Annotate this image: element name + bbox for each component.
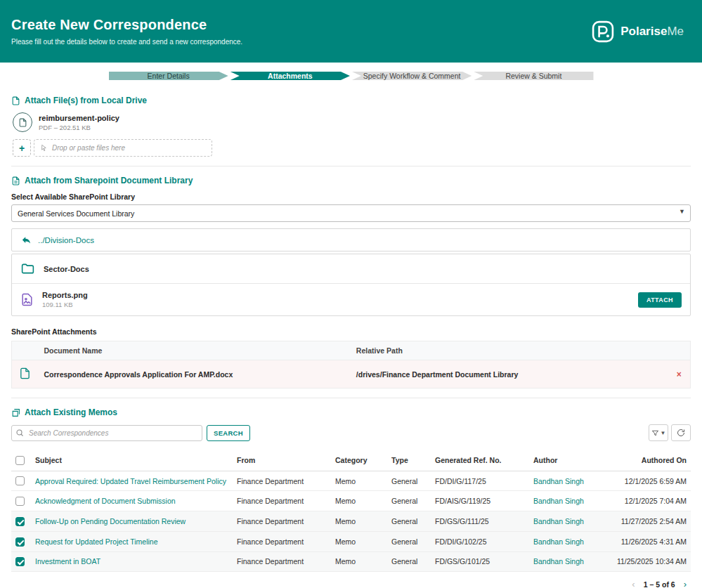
folder-icon bbox=[20, 261, 35, 276]
memo-subject-link[interactable]: Approval Required: Updated Travel Reimbu… bbox=[35, 477, 226, 485]
back-arrow-icon bbox=[21, 235, 32, 245]
search-input[interactable] bbox=[11, 425, 202, 441]
memo-row: Request for Updated Project Timeline Fin… bbox=[11, 531, 691, 551]
main-content: Attach File(s) from Local Drive reimburs… bbox=[0, 86, 702, 588]
memo-type: General bbox=[387, 551, 431, 572]
memo-category: Memo bbox=[331, 531, 387, 551]
dropzone-row: + Drop or paste files here bbox=[13, 139, 691, 157]
pagination-label: 1 – 5 of 6 bbox=[644, 580, 675, 588]
file-row[interactable]: Reports.png 109.11 KB ATTACH bbox=[12, 283, 690, 315]
page-title: Create New Correspondence bbox=[11, 17, 242, 33]
wizard-steps: Enter Details Attachments Specify Workfl… bbox=[109, 72, 594, 80]
memo-checkbox[interactable] bbox=[15, 537, 25, 547]
sp-file-name: Reports.png bbox=[42, 291, 88, 299]
dropzone-hint: Drop or paste files here bbox=[52, 144, 125, 152]
step-review-submit[interactable]: Review & Submit bbox=[474, 72, 593, 80]
brand-logo-icon bbox=[591, 20, 615, 44]
memos-heading-label: Attach Existing Memos bbox=[25, 407, 117, 417]
search-button[interactable]: SEARCH bbox=[207, 425, 250, 441]
col-author: Author bbox=[529, 450, 598, 471]
select-all-checkbox[interactable] bbox=[15, 456, 25, 465]
document-icon bbox=[19, 367, 31, 379]
file-texts: Reports.png 109.11 KB bbox=[42, 291, 88, 308]
library-select-wrap: General Services Document Library ▼ bbox=[11, 204, 691, 222]
page-subtitle: Please fill out the details below to cre… bbox=[11, 38, 242, 46]
page-header: Create New Correspondence Please fill ou… bbox=[0, 0, 702, 63]
memo-date: 11/27/2025 2:54 AM bbox=[598, 511, 691, 532]
sp-col-actions bbox=[668, 341, 691, 360]
filter-icon bbox=[651, 429, 659, 437]
sp-col-icon bbox=[12, 341, 39, 360]
sp-doc-icon-cell bbox=[12, 360, 39, 388]
local-file-item: reimbursement-policy PDF – 202.51 KB bbox=[13, 112, 691, 132]
memo-category: Memo bbox=[331, 491, 387, 511]
memo-type: General bbox=[387, 471, 431, 491]
col-category: Category bbox=[331, 450, 387, 471]
memo-ref: FD/GS/G/111/25 bbox=[431, 511, 529, 532]
sp-file-size: 109.11 KB bbox=[42, 301, 88, 308]
memo-checkbox[interactable] bbox=[15, 476, 25, 485]
refresh-button[interactable] bbox=[671, 424, 691, 441]
memo-category: Memo bbox=[331, 551, 387, 572]
sp-col-document-name: Document Name bbox=[39, 341, 351, 360]
memos-icon bbox=[11, 408, 20, 417]
memo-author-link[interactable]: Bandhan Singh bbox=[533, 497, 584, 505]
next-page-button[interactable]: › bbox=[684, 579, 687, 588]
local-drive-heading: Attach File(s) from Local Drive bbox=[11, 96, 691, 105]
section-divider bbox=[11, 166, 691, 166]
sp-attachment-row: Correspondence Approvals Application For… bbox=[12, 360, 691, 388]
memo-row: Approval Required: Updated Travel Reimbu… bbox=[11, 471, 691, 491]
step-label: Enter Details bbox=[148, 72, 190, 80]
file-dropzone[interactable]: Drop or paste files here bbox=[34, 139, 212, 157]
step-specify-workflow[interactable]: Specify Workflow & Comment bbox=[352, 72, 472, 80]
memo-author-link[interactable]: Bandhan Singh bbox=[533, 557, 584, 566]
breadcrumb-up[interactable]: ../Division-Docs bbox=[12, 229, 690, 251]
sp-attachment-name: Correspondence Approvals Application For… bbox=[39, 360, 351, 388]
memo-checkbox[interactable] bbox=[15, 557, 25, 566]
header-titles: Create New Correspondence Please fill ou… bbox=[11, 17, 242, 46]
remove-attachment-button[interactable]: × bbox=[668, 360, 691, 388]
memo-subject-link[interactable]: Request for Updated Project Timeline bbox=[35, 537, 158, 546]
prev-page-button[interactable]: ‹ bbox=[632, 579, 635, 588]
attach-file-icon bbox=[11, 96, 20, 105]
memo-author-link[interactable]: Bandhan Singh bbox=[533, 477, 584, 485]
memo-author-link[interactable]: Bandhan Singh bbox=[533, 537, 584, 546]
local-file-texts: reimbursement-policy PDF – 202.51 KB bbox=[39, 114, 119, 131]
step-label: Attachments bbox=[268, 72, 313, 80]
step-label: Review & Submit bbox=[505, 72, 561, 80]
folder-row[interactable]: Sector-Docs bbox=[12, 254, 690, 283]
memo-from: Finance Department bbox=[233, 531, 331, 551]
chevron-down-icon: ▼ bbox=[661, 430, 666, 436]
create-correspondence-page: Create New Correspondence Please fill ou… bbox=[0, 0, 702, 588]
memo-author-link[interactable]: Bandhan Singh bbox=[533, 517, 584, 525]
memo-category: Memo bbox=[331, 511, 387, 532]
memo-ref: FD/DI/G/102/25 bbox=[431, 531, 529, 551]
memo-subject-link[interactable]: Investment in BOAT bbox=[35, 557, 100, 566]
sharepoint-file-browser: Sector-Docs Reports.png 109.11 KB ATTACH bbox=[11, 254, 691, 316]
memo-from: Finance Department bbox=[233, 511, 331, 532]
memo-from: Finance Department bbox=[233, 551, 331, 572]
library-select[interactable]: General Services Document Library bbox=[11, 204, 691, 222]
search-wrap bbox=[11, 425, 202, 441]
memo-checkbox[interactable] bbox=[15, 497, 25, 506]
step-label: Specify Workflow & Comment bbox=[363, 72, 461, 80]
step-enter-details[interactable]: Enter Details bbox=[109, 72, 228, 80]
add-file-button[interactable]: + bbox=[13, 139, 31, 157]
document-icon bbox=[13, 112, 32, 132]
brand-name: PolariseMe bbox=[620, 25, 684, 39]
step-attachments[interactable]: Attachments bbox=[230, 72, 350, 80]
memo-subject-link[interactable]: Follow-Up on Pending Documentation Revie… bbox=[35, 517, 186, 525]
memo-category: Memo bbox=[331, 471, 387, 491]
filter-button[interactable]: ▼ bbox=[649, 424, 668, 441]
memo-date: 11/25/2025 10:34 AM bbox=[598, 551, 691, 572]
sp-col-relative-path: Relative Path bbox=[351, 341, 668, 360]
folder-name: Sector-Docs bbox=[44, 265, 89, 273]
memo-subject-link[interactable]: Acknowledgment of Document Submission bbox=[35, 497, 176, 505]
col-authored-on: Authored On bbox=[598, 450, 691, 471]
attach-button[interactable]: ATTACH bbox=[638, 292, 682, 308]
cursor-icon bbox=[40, 144, 48, 152]
section-divider bbox=[11, 398, 691, 398]
memo-checkbox[interactable] bbox=[15, 517, 25, 526]
memo-ref: FD/AIS/G/119/25 bbox=[431, 491, 529, 511]
image-file-icon bbox=[20, 293, 34, 306]
